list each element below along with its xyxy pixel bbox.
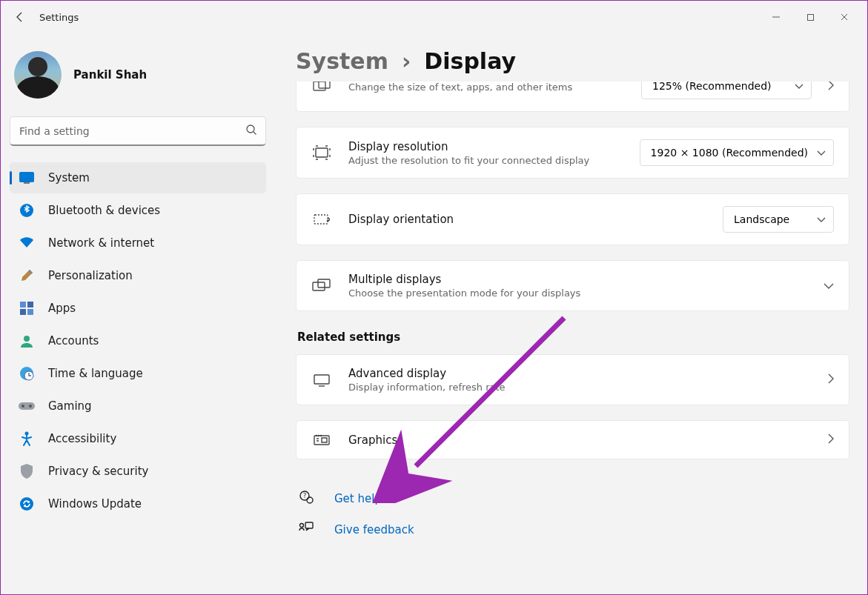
breadcrumb: System › Display (296, 48, 849, 74)
card-multiple-displays[interactable]: Multiple displays Choose the presentatio… (296, 260, 849, 311)
nav-label: Network & internet (48, 236, 154, 250)
monitor-icon (311, 373, 332, 387)
chevron-down-icon (795, 82, 804, 92)
main: System › Display Change the size of text… (275, 33, 867, 594)
search-input[interactable] (10, 116, 266, 146)
app-title: Settings (39, 12, 79, 23)
svg-text:?: ? (303, 493, 306, 499)
svg-rect-20 (316, 148, 328, 157)
orientation-dropdown[interactable]: Landscape (723, 206, 834, 233)
maximize-icon (806, 13, 815, 21)
svg-rect-21 (314, 215, 328, 224)
minimize-button[interactable] (759, 5, 793, 29)
card-scale[interactable]: Change the size of text, apps, and other… (296, 82, 849, 112)
card-title: Display orientation (348, 213, 706, 226)
titlebar: Settings (1, 1, 867, 33)
card-orientation[interactable]: Display orientation Landscape (296, 193, 849, 245)
nav-accessibility[interactable]: Accessibility (10, 423, 266, 454)
breadcrumb-current: Display (424, 48, 516, 74)
svg-rect-23 (318, 279, 330, 287)
nav: System Bluetooth & devices Network & int… (10, 162, 266, 519)
svg-point-27 (319, 435, 319, 436)
search-wrap (10, 116, 266, 146)
arrow-left-icon (14, 11, 26, 23)
nav-label: Privacy & security (48, 465, 148, 478)
close-button[interactable] (827, 5, 861, 29)
get-help-link[interactable]: Get help (334, 492, 382, 505)
card-graphics[interactable]: Graphics (296, 420, 849, 459)
nav-label: Gaming (48, 399, 92, 413)
svg-point-30 (307, 497, 313, 503)
nav-gaming[interactable]: Gaming (10, 390, 266, 422)
nav-privacy[interactable]: Privacy & security (10, 456, 266, 487)
graphics-icon (311, 433, 332, 447)
nav-system[interactable]: System (10, 162, 266, 193)
profile-name: Pankil Shah (73, 68, 147, 82)
svg-rect-6 (20, 302, 26, 308)
orientation-icon (311, 212, 332, 227)
svg-rect-19 (319, 82, 330, 88)
chevron-right-icon (828, 82, 834, 93)
window-controls (759, 5, 861, 29)
svg-rect-18 (314, 82, 325, 90)
nav-label: Accessibility (48, 432, 116, 445)
chevron-down-icon (824, 279, 834, 293)
scale-icon (311, 82, 332, 93)
content[interactable]: Change the size of text, apps, and other… (296, 82, 849, 571)
card-advanced-display[interactable]: Advanced display Display information, re… (296, 354, 849, 405)
nav-label: Accounts (48, 334, 99, 348)
accessibility-icon (19, 431, 35, 447)
scale-dropdown[interactable]: 125% (Recommended) (641, 82, 812, 99)
nav-update[interactable]: Windows Update (10, 488, 266, 519)
bluetooth-icon (19, 202, 35, 219)
clock-globe-icon (19, 365, 35, 382)
nav-label: System (48, 171, 90, 185)
svg-point-14 (21, 405, 24, 408)
get-help-row: ? Get help (296, 483, 849, 514)
related-heading: Related settings (297, 330, 849, 344)
nav-network[interactable]: Network & internet (10, 227, 266, 259)
nav-personalization[interactable]: Personalization (10, 260, 266, 291)
nav-label: Personalization (48, 269, 133, 282)
resolution-icon (311, 145, 332, 160)
person-icon (19, 333, 35, 349)
nav-bluetooth[interactable]: Bluetooth & devices (10, 195, 266, 226)
svg-point-2 (247, 125, 254, 133)
card-title: Advanced display (348, 367, 812, 380)
card-sub: Change the size of text, apps, and other… (348, 82, 625, 93)
paintbrush-icon (19, 267, 35, 284)
nav-apps[interactable]: Apps (10, 293, 266, 324)
svg-rect-4 (24, 182, 30, 184)
card-title: Multiple displays (348, 273, 807, 286)
chevron-right-icon (828, 373, 834, 387)
apps-icon (19, 300, 35, 316)
avatar (14, 51, 62, 99)
back-button[interactable] (7, 4, 33, 30)
feedback-icon (299, 522, 315, 538)
card-resolution[interactable]: Display resolution Adjust the resolution… (296, 127, 849, 179)
svg-point-16 (25, 432, 29, 436)
nav-time[interactable]: Time & language (10, 358, 266, 389)
update-icon (19, 496, 35, 512)
svg-rect-7 (27, 302, 33, 308)
chevron-down-icon (817, 147, 826, 159)
give-feedback-link[interactable]: Give feedback (334, 523, 414, 536)
profile[interactable]: Pankil Shah (10, 47, 266, 112)
gamepad-icon (19, 398, 35, 414)
svg-rect-3 (19, 172, 34, 182)
breadcrumb-parent[interactable]: System (296, 48, 388, 74)
nav-accounts[interactable]: Accounts (10, 325, 266, 356)
close-icon (840, 13, 849, 21)
chevron-right-icon (828, 433, 834, 447)
resolution-dropdown[interactable]: 1920 × 1080 (Recommended) (640, 139, 834, 166)
sidebar: Pankil Shah System Bluetooth & devices N… (1, 33, 275, 594)
svg-rect-1 (807, 14, 813, 20)
minimize-icon (772, 13, 781, 21)
multiple-displays-icon (311, 279, 332, 293)
card-title: Display resolution (348, 140, 623, 153)
breadcrumb-separator: › (402, 48, 411, 74)
card-sub: Choose the presentation mode for your di… (348, 287, 807, 299)
chevron-down-icon (817, 213, 826, 225)
card-sub: Adjust the resolution to fit your connec… (348, 155, 623, 166)
maximize-button[interactable] (793, 5, 827, 29)
